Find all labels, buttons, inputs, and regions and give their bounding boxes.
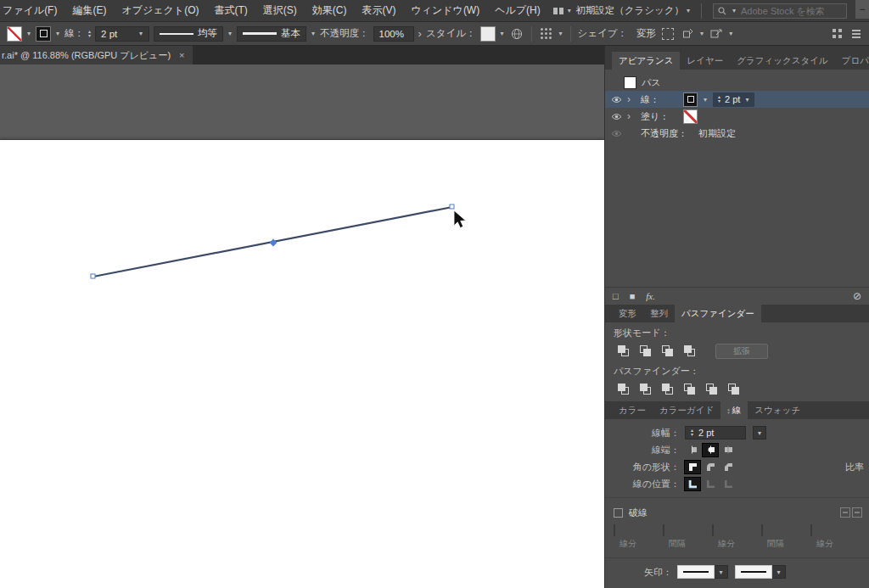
chevron-down-icon[interactable]: ▾ [699, 30, 704, 37]
stroke-width-stepper[interactable]: ▴▾ [88, 30, 91, 38]
tab-graphic-styles[interactable]: グラフィックスタイル [730, 52, 834, 70]
pathfinder-divide-button[interactable] [614, 382, 632, 396]
menu-item-help[interactable]: ヘルプ(H) [487, 3, 548, 18]
minimize-button[interactable]: − [855, 0, 869, 19]
arrowhead-end-select[interactable]: ▾ [735, 565, 786, 579]
stepper-icon[interactable]: ▴▾ [718, 95, 720, 104]
transform-button[interactable]: 変形 [636, 27, 656, 40]
workspace-selector[interactable]: 初期設定（クラシック） ▾ [575, 4, 690, 17]
tab-align[interactable]: 整列 [643, 305, 675, 322]
workspace-switcher-icon[interactable]: ▾ [553, 7, 571, 14]
align-inside-button[interactable] [703, 478, 718, 490]
expand-button[interactable]: 拡張 [715, 344, 768, 359]
align-outside-button[interactable] [720, 478, 736, 490]
stepper-icon[interactable]: ▴▾ [691, 428, 693, 437]
appearance-fill-row[interactable]: › 塗り： [605, 108, 869, 125]
arrowhead-start-select[interactable]: ▾ [677, 565, 728, 579]
tab-appearance[interactable]: アピアランス [612, 52, 680, 70]
chevron-down-icon[interactable]: ▾ [227, 30, 233, 37]
expand-chevron-icon[interactable]: › [627, 111, 636, 121]
pathfinder-merge-button[interactable] [658, 382, 676, 396]
tab-properties[interactable]: プロパティ [835, 52, 869, 70]
menu-item-file[interactable]: ファイル(F) [0, 3, 64, 18]
chevron-down-icon[interactable]: ▾ [500, 30, 505, 37]
anchor-point-end[interactable] [450, 204, 454, 209]
opacity-field[interactable]: 100% [373, 26, 414, 42]
chevron-down-icon[interactable]: ▾ [728, 30, 733, 37]
recolor-artwork-icon[interactable] [509, 26, 524, 42]
stroke-width-dropdown[interactable]: ▾ [753, 426, 766, 440]
shape-mode-unite-button[interactable] [614, 344, 632, 358]
cap-projecting-button[interactable] [720, 444, 736, 456]
center-point-marker[interactable] [270, 239, 278, 247]
adobe-stock-search[interactable]: ▾ [713, 3, 847, 19]
pathfinder-trim-button[interactable] [636, 382, 654, 396]
shape-mode-minus-front-button[interactable] [636, 344, 654, 358]
eye-icon[interactable] [610, 96, 622, 104]
menu-item-select[interactable]: 選択(S) [255, 3, 305, 18]
chevron-down-icon[interactable]: ▾ [55, 30, 60, 37]
anchor-point-start[interactable] [91, 274, 95, 278]
bounding-box-icon[interactable] [660, 26, 676, 42]
stroke-width-field[interactable]: ▴▾ 2 pt [685, 426, 746, 440]
pathfinder-minus-back-button[interactable] [724, 382, 743, 396]
menu-item-window[interactable]: ウィンドウ(W) [403, 3, 487, 18]
dashed-line-checkbox[interactable] [614, 508, 623, 518]
menu-item-view[interactable]: 表示(V) [354, 3, 403, 18]
isolate-icon[interactable] [709, 26, 724, 42]
tab-color[interactable]: カラー [612, 401, 653, 419]
search-input[interactable] [739, 5, 842, 17]
chevron-right-icon[interactable]: › [418, 28, 422, 39]
chevron-down-icon[interactable]: ▾ [558, 30, 563, 37]
menu-item-edit[interactable]: 編集(E) [64, 3, 114, 18]
tab-stroke[interactable]: ▴▾ 線 [720, 401, 748, 419]
appearance-opacity-row[interactable]: 不透明度： 初期設定 [605, 125, 869, 142]
grid-dots-icon[interactable] [539, 26, 554, 42]
tab-layers[interactable]: レイヤー [680, 52, 730, 70]
cap-butt-button[interactable] [685, 444, 700, 456]
add-fill-icon[interactable]: ■ [630, 291, 636, 301]
variable-width-profile-select[interactable]: 均等 [154, 26, 223, 42]
add-effect-icon[interactable]: fx. [646, 291, 655, 301]
appearance-object-row[interactable]: パス [605, 74, 869, 91]
canvas[interactable] [0, 64, 604, 588]
dash-field-1[interactable] [614, 524, 615, 536]
gap-field-1[interactable] [663, 524, 664, 536]
appearance-stroke-row[interactable]: › 線： ▾ ▴▾ 2 pt ▾ [605, 91, 869, 108]
stroke-width-field[interactable]: ▴▾ 2 pt ▾ [713, 92, 754, 107]
stroke-width-field[interactable]: 2 pt ▾ [95, 26, 149, 42]
menu-item-type[interactable]: 書式(T) [206, 3, 255, 18]
clear-appearance-icon[interactable]: ⊘ [853, 290, 861, 302]
brush-definition-select[interactable]: 基本 [237, 26, 306, 42]
pathfinder-crop-button[interactable] [680, 382, 698, 396]
shape-mode-exclude-button[interactable] [680, 344, 698, 358]
eye-icon[interactable] [610, 130, 622, 137]
app-grid-icon[interactable] [833, 29, 842, 38]
tab-swatches[interactable]: スウォッチ [748, 401, 807, 419]
cap-round-button[interactable] [703, 444, 718, 456]
gap-field-2[interactable] [761, 524, 763, 536]
fill-none-swatch[interactable] [7, 26, 22, 42]
panel-list-icon[interactable] [852, 30, 861, 38]
chevron-down-icon[interactable]: ▾ [26, 30, 31, 37]
corner-round-button[interactable] [703, 461, 718, 473]
corner-miter-button[interactable] [685, 461, 700, 473]
chevron-down-icon[interactable]: ▾ [311, 30, 316, 37]
stroke-color-swatch[interactable] [683, 92, 698, 107]
opacity-row-value[interactable]: 初期設定 [698, 127, 736, 140]
chevron-down-icon[interactable]: ▾ [744, 96, 749, 104]
dash-field-3[interactable] [810, 524, 812, 536]
shape-mode-intersect-button[interactable] [658, 344, 676, 358]
dash-field-2[interactable] [712, 524, 714, 536]
graphic-style-swatch[interactable] [480, 26, 496, 42]
eye-icon[interactable] [610, 113, 622, 120]
pathfinder-outline-button[interactable] [702, 382, 720, 396]
menu-item-effect[interactable]: 効果(C) [305, 3, 355, 18]
expand-chevron-icon[interactable]: › [627, 94, 636, 104]
close-icon[interactable]: × [179, 50, 184, 60]
tab-transform[interactable]: 変形 [612, 305, 643, 322]
stroke-color-swatch[interactable] [36, 26, 51, 42]
corner-bevel-button[interactable] [720, 461, 736, 473]
tab-pathfinder[interactable]: パスファインダー [675, 305, 761, 322]
menu-item-object[interactable]: オブジェクト(O) [114, 3, 206, 18]
